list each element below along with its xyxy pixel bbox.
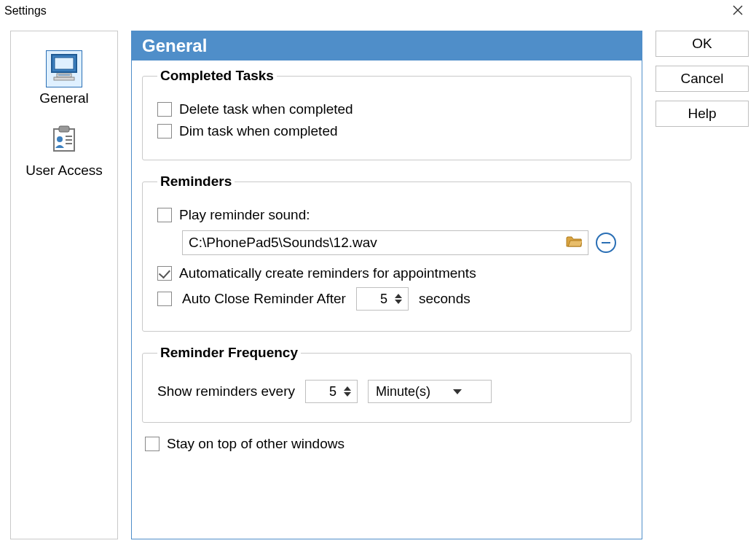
sidebar-item-label: General — [39, 90, 89, 106]
stay-on-top-label: Stay on top of other windows — [167, 436, 344, 452]
spinner-up-icon[interactable] — [344, 386, 351, 391]
group-legend: Reminder Frequency — [157, 345, 301, 361]
dialog-buttons: OK Cancel Help — [655, 31, 749, 539]
dim-task-label: Dim task when completed — [179, 123, 338, 139]
play-sound-checkbox[interactable] — [157, 208, 172, 222]
frequency-value-input[interactable] — [306, 384, 341, 399]
stay-on-top-checkbox[interactable] — [145, 437, 160, 451]
help-button[interactable]: Help — [655, 101, 749, 127]
auto-close-label: Auto Close Reminder After — [182, 291, 346, 307]
auto-close-checkbox[interactable] — [157, 292, 172, 306]
svg-rect-5 — [54, 77, 74, 80]
delete-task-label: Delete task when completed — [179, 101, 353, 117]
monitor-icon — [46, 50, 82, 87]
sound-path-text: C:\PhonePad5\Sounds\12.wav — [189, 235, 560, 251]
svg-rect-3 — [55, 58, 74, 69]
play-sound-label: Play reminder sound: — [179, 207, 310, 223]
spinner-up-icon[interactable] — [395, 294, 402, 298]
sidebar: General User Access — [10, 31, 118, 539]
spinner-down-icon[interactable] — [344, 392, 351, 397]
group-reminder-frequency: Reminder Frequency Show reminders every … — [142, 345, 631, 423]
clear-path-icon[interactable] — [596, 233, 616, 253]
ok-button[interactable]: OK — [655, 31, 749, 57]
dim-task-checkbox[interactable] — [157, 124, 172, 138]
group-legend: Reminders — [157, 173, 235, 190]
auto-close-unit: seconds — [419, 291, 470, 307]
frequency-value-spinner[interactable] — [305, 380, 358, 403]
svg-rect-8 — [59, 126, 69, 132]
auto-close-seconds-spinner[interactable] — [356, 287, 409, 311]
folder-icon[interactable] — [566, 235, 582, 251]
auto-create-reminders-label: Automatically create reminders for appoi… — [179, 265, 476, 281]
content-panel: General Completed Tasks Delete task when… — [131, 31, 642, 539]
frequency-unit-text: Minute(s) — [376, 384, 430, 399]
sidebar-item-user-access[interactable]: User Access — [23, 121, 106, 180]
svg-point-9 — [57, 136, 63, 142]
sidebar-item-label: User Access — [25, 163, 103, 179]
clipboard-user-icon — [46, 122, 82, 160]
auto-close-seconds-input[interactable] — [357, 292, 392, 307]
group-legend: Completed Tasks — [157, 68, 277, 84]
frequency-label: Show reminders every — [157, 383, 295, 399]
chevron-down-icon — [453, 389, 462, 394]
close-icon[interactable] — [727, 2, 749, 20]
group-reminders: Reminders Play reminder sound: C:\PhoneP… — [142, 173, 631, 332]
auto-create-reminders-checkbox[interactable] — [157, 266, 172, 281]
delete-task-checkbox[interactable] — [157, 102, 172, 117]
spinner-down-icon[interactable] — [395, 300, 402, 304]
frequency-unit-select[interactable]: Minute(s) — [368, 380, 492, 403]
cancel-button[interactable]: Cancel — [655, 66, 749, 92]
titlebar: Settings — [0, 0, 756, 22]
window-title: Settings — [4, 4, 47, 17]
content-title: General — [132, 31, 642, 61]
sound-path-field[interactable]: C:\PhonePad5\Sounds\12.wav — [182, 230, 588, 255]
sidebar-item-general[interactable]: General — [36, 49, 92, 108]
group-completed-tasks: Completed Tasks Delete task when complet… — [142, 68, 631, 160]
